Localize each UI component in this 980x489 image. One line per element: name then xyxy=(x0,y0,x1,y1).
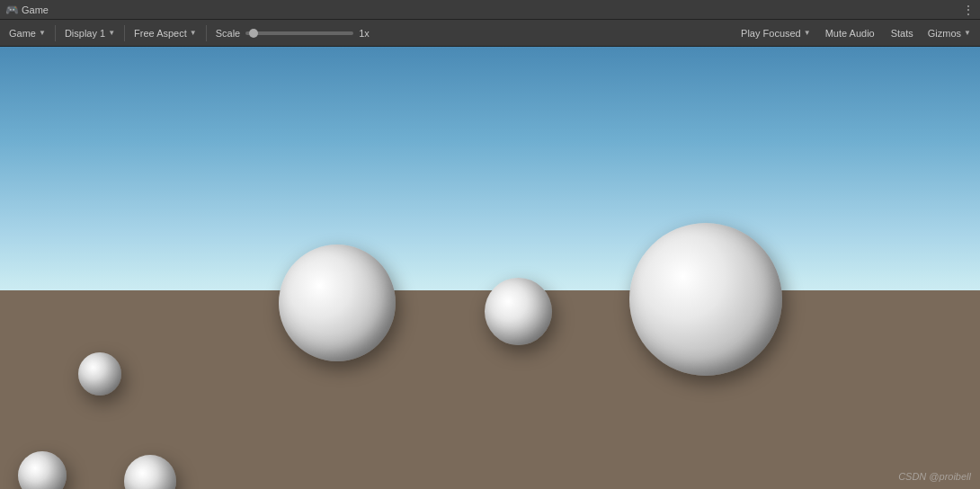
play-focused-arrow: ▼ xyxy=(804,29,811,37)
aspect-label: Free Aspect xyxy=(134,28,187,39)
display-dropdown-arrow: ▼ xyxy=(108,29,115,37)
game-viewport: CSDN @proibell xyxy=(0,47,980,489)
aspect-dropdown-arrow: ▼ xyxy=(190,29,197,37)
play-focused-dropdown[interactable]: Play Focused ▼ xyxy=(735,23,816,43)
gizmos-arrow: ▼ xyxy=(964,29,971,37)
display-dropdown[interactable]: Display 1 ▼ xyxy=(59,23,120,43)
scale-slider[interactable] xyxy=(245,31,353,35)
title-bar: 🎮 Game ⋮ xyxy=(0,0,980,20)
play-focused-label: Play Focused xyxy=(741,28,801,39)
separator-1 xyxy=(55,25,56,41)
scale-control: Scale 1x xyxy=(210,28,375,39)
scale-value: 1x xyxy=(359,28,370,39)
sphere-large xyxy=(629,223,782,376)
gizmos-label: Gizmos xyxy=(928,28,961,39)
sphere-small-mid xyxy=(485,278,552,345)
more-options-button[interactable]: ⋮ xyxy=(962,3,975,17)
watermark: CSDN @proibell xyxy=(898,471,971,482)
scale-slider-thumb[interactable] xyxy=(249,29,258,38)
gizmos-dropdown[interactable]: Gizmos ▼ xyxy=(922,23,976,43)
sphere-small-left xyxy=(78,352,121,396)
title-bar-label: Game xyxy=(22,4,49,15)
game-icon: 🎮 xyxy=(5,4,18,16)
aspect-dropdown[interactable]: Free Aspect ▼ xyxy=(129,23,202,43)
sphere-medium xyxy=(279,244,396,361)
mute-audio-label: Mute Audio xyxy=(825,28,875,39)
mute-audio-button[interactable]: Mute Audio xyxy=(818,23,882,43)
game-label: Game xyxy=(9,28,36,39)
display-label: Display 1 xyxy=(65,28,105,39)
stats-label: Stats xyxy=(891,28,913,39)
scale-label: Scale xyxy=(216,28,241,39)
toolbar: Game ▼ Display 1 ▼ Free Aspect ▼ Scale 1… xyxy=(0,20,980,47)
stats-button[interactable]: Stats xyxy=(884,23,921,43)
game-dropdown[interactable]: Game ▼ xyxy=(4,23,51,43)
toolbar-right: Play Focused ▼ Mute Audio Stats Gizmos ▼ xyxy=(735,23,976,43)
separator-3 xyxy=(206,25,207,41)
game-dropdown-arrow: ▼ xyxy=(39,29,46,37)
separator-2 xyxy=(124,25,125,41)
